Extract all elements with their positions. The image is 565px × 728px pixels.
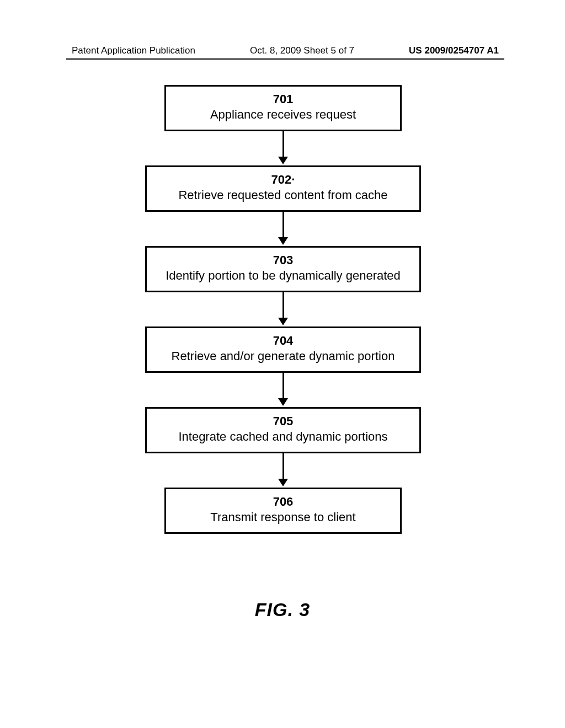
flowchart: 701 Appliance receives request 702· Retr… [137,85,429,534]
flow-arrow [278,292,288,326]
ref-num: 704 [156,334,411,348]
arrow-head-icon [278,318,288,325]
box-text: Retrieve requested content from cache [156,188,411,202]
arrow-head-icon [278,398,288,406]
ref-num: 706 [175,495,391,509]
flow-box-702: 702· Retrieve requested content from cac… [145,165,421,212]
arrow-line [282,373,284,399]
ref-num: 703 [156,253,411,267]
box-text: Retrieve and/or generate dynamic portion [156,349,411,363]
box-text: Appliance receives request [175,108,391,122]
flow-box-703: 703 Identify portion to be dynamically g… [145,246,421,292]
box-text: Transmit response to client [175,510,391,524]
flow-box-704: 704 Retrieve and/or generate dynamic por… [145,326,421,373]
flow-box-701: 701 Appliance receives request [164,85,402,131]
page-header: Patent Application Publication Oct. 8, 2… [0,45,565,56]
flow-arrow [278,212,288,246]
flow-box-705: 705 Integrate cached and dynamic portion… [145,407,421,453]
ref-num: 701 [175,92,391,106]
arrow-line [282,292,284,319]
figure-label: FIG. 3 [0,599,565,620]
arrow-line [282,212,284,238]
box-text: Integrate cached and dynamic portions [156,430,411,444]
date-sheet: Oct. 8, 2009 Sheet 5 of 7 [250,45,354,56]
flow-arrow [278,373,288,407]
arrow-line [282,131,284,158]
flow-arrow [278,131,288,165]
ref-num: 705 [156,414,411,429]
arrow-head-icon [278,479,288,486]
arrow-line [282,453,284,480]
flow-arrow [278,453,288,488]
ref-num: 702· [156,173,411,187]
flow-box-706: 706 Transmit response to client [164,488,402,534]
arrow-head-icon [278,237,288,245]
arrow-head-icon [278,157,288,164]
box-text: Identify portion to be dynamically gener… [156,269,411,283]
publication-number: US 2009/0254707 A1 [409,45,499,56]
header-underline [66,58,504,60]
publication-type: Patent Application Publication [72,45,195,56]
